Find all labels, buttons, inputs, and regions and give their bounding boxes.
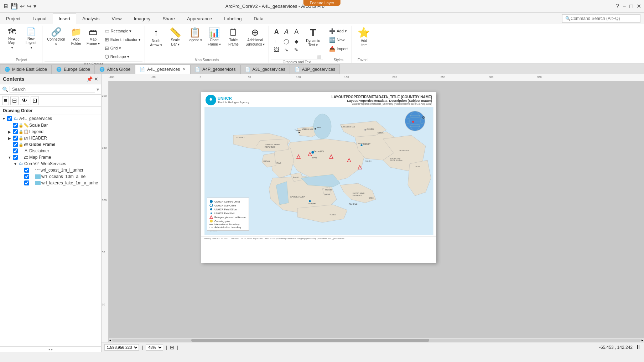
sidebar-close-icon[interactable]: ✕ xyxy=(94,76,98,82)
tab-insert[interactable]: Insert xyxy=(53,13,77,24)
tree-item-header[interactable]: ▶ 🔒 🗂 HEADER xyxy=(0,135,101,141)
chart-frame-button[interactable]: 📊 ChartFrame ▾ xyxy=(205,26,223,48)
graphics-text-expand[interactable]: ⬜ xyxy=(317,55,321,59)
tree-item-map-frame[interactable]: ▼ 🔒 🗃 Map Frame xyxy=(0,154,101,161)
title-bar-right-controls[interactable]: ? − □ ✕ xyxy=(616,3,641,10)
zoom-selector[interactable]: 48% xyxy=(146,344,163,351)
legend-button[interactable]: 📋 Legend ▾ xyxy=(186,26,204,44)
minimize-icon[interactable]: − xyxy=(623,3,626,10)
tree-item-wrl-oceans[interactable]: ▶ 🔒 wrl_oceans_10m_a_ne xyxy=(0,173,101,180)
map-frame-button[interactable]: 🗃 MapFrame ▾ xyxy=(85,26,102,47)
toolbar-group-by-drawing-order[interactable]: ≡ xyxy=(2,96,9,105)
sidebar-filter-icon[interactable]: ▾ xyxy=(97,86,99,92)
doc-tab-a4p-geoservices[interactable]: 📄 A4P_geoservices xyxy=(190,64,240,74)
toolbar-group-by-visibility[interactable]: 👁 xyxy=(20,96,29,105)
doc-tab-a3l-geoservices[interactable]: 📄 A3L_geoservices xyxy=(240,64,290,74)
save-icon[interactable]: 💾 xyxy=(11,3,18,10)
map-h-scrollbar[interactable]: ◂ ▸ xyxy=(109,338,644,342)
doc-tab-africa-globe[interactable]: 🌐 Africa Globe xyxy=(95,64,135,74)
new-layout-dropdown[interactable]: ▾ xyxy=(31,46,32,49)
map-canvas[interactable]: UNHCR The UN Refugee Agency LAYOUTPROPER… xyxy=(109,81,644,342)
toggle-header[interactable]: ▶ xyxy=(7,136,12,140)
tab-data[interactable]: Data xyxy=(248,13,269,24)
help-icon[interactable]: ? xyxy=(616,3,619,10)
checkbox-legend[interactable] xyxy=(13,129,18,134)
tree-item-a4l-root[interactable]: ▼ 🗂 A4L_geoservices xyxy=(0,115,101,122)
shape-circle-button[interactable]: ◯ xyxy=(282,37,291,45)
tab-labeling[interactable]: Labeling xyxy=(218,13,248,24)
doc-tab-middle-east-globe[interactable]: 🌐 Middle East Globe xyxy=(0,64,52,74)
additional-surrounds-button[interactable]: ⊕ AdditionalSurrounds ▾ xyxy=(244,26,266,48)
checkbox-header[interactable] xyxy=(13,136,18,141)
checkbox-globe-frame[interactable] xyxy=(13,142,18,147)
tab-imagery[interactable]: Imagery xyxy=(128,13,156,24)
tab-project[interactable]: Project xyxy=(0,13,26,24)
scale-selector[interactable]: 1:598,956,223 xyxy=(104,344,139,351)
close-icon[interactable]: ✕ xyxy=(637,3,641,10)
add-folder-button[interactable]: 📁 AddFolder xyxy=(69,26,83,47)
table-frame-button[interactable]: 🗒 TableFrame xyxy=(224,26,242,48)
tree-item-legend[interactable]: ▶ 🔒 📋 Legend xyxy=(0,128,101,135)
toggle-legend[interactable]: ▶ xyxy=(7,130,12,134)
scroll-right-arrow[interactable]: ▸ xyxy=(642,338,643,342)
doc-tab-a4l-geoservices[interactable]: 📄 A4L_geoservices ✕ xyxy=(135,64,190,74)
restore-icon[interactable]: □ xyxy=(629,3,633,10)
tab-share[interactable]: Share xyxy=(156,13,181,24)
tree-item-wrl-coast[interactable]: ▶ 🔒 〰 wrl_coast_1m_l_unhcr xyxy=(0,167,101,173)
tree-item-wrl-lakes[interactable]: ▶ 🔒 wrl_lakeres_lake_1m_a_unhc xyxy=(0,180,101,186)
pause-icon[interactable]: ⏸ xyxy=(635,344,641,351)
new-style-button[interactable]: 🆕 New xyxy=(327,36,349,44)
image-button[interactable]: 🖼 xyxy=(272,46,281,54)
checkbox-wrl-lakes[interactable] xyxy=(24,180,29,185)
checkbox-a4l-root[interactable] xyxy=(7,116,12,121)
tab-layout[interactable]: Layout xyxy=(26,13,52,24)
grid-view-icon[interactable]: ⊞ xyxy=(170,345,174,350)
dynamic-text-button[interactable]: T DynamicText ▾ xyxy=(303,26,323,49)
checkbox-disclaimer[interactable] xyxy=(13,148,18,153)
doc-tab-europe-globe[interactable]: 🌐 Europe Globe xyxy=(52,64,95,74)
a4l-close-button[interactable]: ✕ xyxy=(183,67,186,71)
reshape-button[interactable]: ⬡ Reshape ▾ xyxy=(103,53,143,61)
tab-view[interactable]: View xyxy=(105,13,128,24)
new-map-dropdown[interactable]: ▾ xyxy=(11,46,13,49)
tree-item-globe-frame[interactable]: ▶ 🔒 🗃 Globe Frame xyxy=(0,141,101,148)
rectangle-button[interactable]: ▭ Rectangle ▾ xyxy=(103,27,143,35)
grid-button[interactable]: ⊟ Grid ▾ xyxy=(103,44,143,52)
add-item-button[interactable]: ⭐ AddItem xyxy=(354,26,374,49)
command-search-box[interactable]: 🔍 xyxy=(562,14,640,23)
h-scrollbar-thumb[interactable] xyxy=(191,339,429,342)
text-a-button[interactable]: A xyxy=(272,27,281,37)
scroll-left-arrow[interactable]: ◂ xyxy=(109,338,111,342)
tab-analysis[interactable]: Analysis xyxy=(76,13,105,24)
north-arrow-button[interactable]: ↑ NorthArrow ▾ xyxy=(147,26,165,49)
connections-button[interactable]: 🔗 Connections xyxy=(45,26,68,47)
doc-tab-a3p-geoservices[interactable]: 📄 A3P_geoservices xyxy=(290,64,340,74)
import-style-button[interactable]: 📥 Import xyxy=(327,45,349,53)
tab-appearance[interactable]: Appearance xyxy=(181,13,218,24)
toggle-corev2[interactable]: ▼ xyxy=(13,162,18,166)
command-search-input[interactable] xyxy=(571,16,635,21)
tree-item-scale-bar[interactable]: ▶ 🔒 📏 Scale Bar xyxy=(0,122,101,128)
redo-icon[interactable]: ↪ xyxy=(27,3,31,10)
toolbar-group-by-selection[interactable]: ⊡ xyxy=(31,96,39,105)
draw-button[interactable]: ✎ xyxy=(292,46,301,54)
shape-diamond-button[interactable]: ◆ xyxy=(292,37,301,45)
sidebar-pin-icon[interactable]: 📌 xyxy=(87,76,93,82)
scale-bar-button[interactable]: 📏 ScaleBar ▾ xyxy=(166,26,184,48)
customize-icon[interactable]: ▾ xyxy=(33,3,36,10)
undo-icon[interactable]: ↩ xyxy=(20,3,25,10)
sidebar-search-input[interactable] xyxy=(10,86,95,93)
new-layout-button[interactable]: 📄 NewLayout ▾ xyxy=(22,26,40,51)
checkbox-wrl-coast[interactable] xyxy=(24,168,29,173)
checkbox-map-frame[interactable] xyxy=(13,155,18,160)
add-style-button[interactable]: ➕ Add ▾ xyxy=(327,27,349,35)
new-map-button[interactable]: 🗺 NewMap ▾ xyxy=(3,26,21,51)
chart-button[interactable]: ∿ xyxy=(282,46,291,54)
toolbar-group-by-source[interactable]: ⊟ xyxy=(10,96,19,105)
tree-item-corev2-webservices[interactable]: ▼ 🗂 CoreV2_WebServices xyxy=(0,161,101,167)
text-underline-button[interactable]: A xyxy=(292,27,301,37)
toggle-map-frame[interactable]: ▼ xyxy=(7,156,12,159)
checkbox-wrl-oceans[interactable] xyxy=(24,174,29,179)
toggle-a4l-root[interactable]: ▼ xyxy=(1,117,6,121)
shape-rect-button[interactable]: □ xyxy=(272,37,281,45)
